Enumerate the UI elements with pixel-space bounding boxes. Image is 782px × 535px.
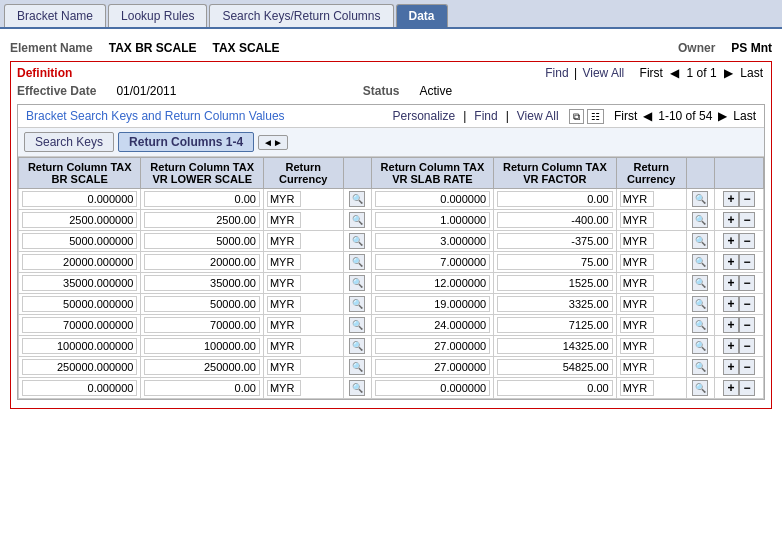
add-row-btn-5[interactable]: + <box>723 296 739 312</box>
bracket-viewall-link[interactable]: View All <box>517 109 559 123</box>
tab-lookup-rules[interactable]: Lookup Rules <box>108 4 207 27</box>
input-c5-1[interactable] <box>497 212 612 228</box>
search-btn-c3-7[interactable]: 🔍 <box>349 338 365 354</box>
input-c6-5[interactable] <box>620 296 654 312</box>
input-c1-2[interactable] <box>22 233 137 249</box>
input-c2-7[interactable] <box>144 338 259 354</box>
input-c6-0[interactable] <box>620 191 654 207</box>
input-c3-0[interactable] <box>267 191 301 207</box>
input-c5-7[interactable] <box>497 338 612 354</box>
search-btn-c3-3[interactable]: 🔍 <box>349 254 365 270</box>
bracket-next-icon[interactable]: ▶ <box>718 109 727 123</box>
next-icon[interactable]: ▶ <box>724 66 733 80</box>
input-c6-7[interactable] <box>620 338 654 354</box>
add-row-btn-6[interactable]: + <box>723 317 739 333</box>
input-c2-4[interactable] <box>144 275 259 291</box>
input-c5-2[interactable] <box>497 233 612 249</box>
input-c4-3[interactable] <box>375 254 490 270</box>
input-c1-9[interactable] <box>22 380 137 396</box>
input-c1-1[interactable] <box>22 212 137 228</box>
add-row-btn-8[interactable]: + <box>723 359 739 375</box>
add-row-btn-7[interactable]: + <box>723 338 739 354</box>
move-columns-icon[interactable]: ◄► <box>258 135 288 150</box>
input-c2-2[interactable] <box>144 233 259 249</box>
search-btn-c6-9[interactable]: 🔍 <box>692 380 708 396</box>
search-btn-c6-1[interactable]: 🔍 <box>692 212 708 228</box>
input-c5-9[interactable] <box>497 380 612 396</box>
input-c3-7[interactable] <box>267 338 301 354</box>
input-c5-5[interactable] <box>497 296 612 312</box>
input-c6-4[interactable] <box>620 275 654 291</box>
add-row-btn-1[interactable]: + <box>723 212 739 228</box>
tab-search-keys[interactable]: Search Keys/Return Columns <box>209 4 393 27</box>
input-c1-6[interactable] <box>22 317 137 333</box>
remove-row-btn-6[interactable]: − <box>739 317 755 333</box>
search-btn-c6-3[interactable]: 🔍 <box>692 254 708 270</box>
input-c1-0[interactable] <box>22 191 137 207</box>
search-btn-c3-8[interactable]: 🔍 <box>349 359 365 375</box>
remove-row-btn-3[interactable]: − <box>739 254 755 270</box>
prev-icon[interactable]: ◀ <box>670 66 679 80</box>
definition-find-link[interactable]: Find <box>545 66 568 80</box>
input-c4-0[interactable] <box>375 191 490 207</box>
input-c1-5[interactable] <box>22 296 137 312</box>
search-btn-c6-8[interactable]: 🔍 <box>692 359 708 375</box>
input-c3-2[interactable] <box>267 233 301 249</box>
input-c3-4[interactable] <box>267 275 301 291</box>
search-btn-c6-6[interactable]: 🔍 <box>692 317 708 333</box>
input-c3-9[interactable] <box>267 380 301 396</box>
input-c1-8[interactable] <box>22 359 137 375</box>
input-c3-8[interactable] <box>267 359 301 375</box>
search-btn-c6-5[interactable]: 🔍 <box>692 296 708 312</box>
search-btn-c3-2[interactable]: 🔍 <box>349 233 365 249</box>
remove-row-btn-8[interactable]: − <box>739 359 755 375</box>
search-btn-c6-0[interactable]: 🔍 <box>692 191 708 207</box>
input-c4-8[interactable] <box>375 359 490 375</box>
input-c3-3[interactable] <box>267 254 301 270</box>
bracket-personalize-link[interactable]: Personalize <box>392 109 455 123</box>
search-btn-c3-9[interactable]: 🔍 <box>349 380 365 396</box>
input-c5-3[interactable] <box>497 254 612 270</box>
sub-tab-search-keys[interactable]: Search Keys <box>24 132 114 152</box>
input-c1-7[interactable] <box>22 338 137 354</box>
input-c4-7[interactable] <box>375 338 490 354</box>
input-c3-6[interactable] <box>267 317 301 333</box>
search-btn-c3-6[interactable]: 🔍 <box>349 317 365 333</box>
input-c2-5[interactable] <box>144 296 259 312</box>
search-btn-c6-7[interactable]: 🔍 <box>692 338 708 354</box>
add-row-btn-3[interactable]: + <box>723 254 739 270</box>
input-c4-4[interactable] <box>375 275 490 291</box>
input-c5-0[interactable] <box>497 191 612 207</box>
input-c6-2[interactable] <box>620 233 654 249</box>
input-c4-1[interactable] <box>375 212 490 228</box>
input-c6-6[interactable] <box>620 317 654 333</box>
input-c2-0[interactable] <box>144 191 259 207</box>
remove-row-btn-0[interactable]: − <box>739 191 755 207</box>
input-c6-3[interactable] <box>620 254 654 270</box>
input-c6-1[interactable] <box>620 212 654 228</box>
remove-row-btn-7[interactable]: − <box>739 338 755 354</box>
search-btn-c6-2[interactable]: 🔍 <box>692 233 708 249</box>
input-c5-4[interactable] <box>497 275 612 291</box>
table-icon[interactable]: ⧉ <box>569 109 584 124</box>
input-c2-3[interactable] <box>144 254 259 270</box>
add-row-btn-0[interactable]: + <box>723 191 739 207</box>
search-btn-c3-0[interactable]: 🔍 <box>349 191 365 207</box>
input-c3-5[interactable] <box>267 296 301 312</box>
remove-row-btn-5[interactable]: − <box>739 296 755 312</box>
search-btn-c3-5[interactable]: 🔍 <box>349 296 365 312</box>
add-row-btn-2[interactable]: + <box>723 233 739 249</box>
input-c1-3[interactable] <box>22 254 137 270</box>
add-row-btn-9[interactable]: + <box>723 380 739 396</box>
definition-viewall-link[interactable]: View All <box>582 66 624 80</box>
remove-row-btn-9[interactable]: − <box>739 380 755 396</box>
remove-row-btn-2[interactable]: − <box>739 233 755 249</box>
input-c4-5[interactable] <box>375 296 490 312</box>
search-btn-c3-1[interactable]: 🔍 <box>349 212 365 228</box>
input-c4-6[interactable] <box>375 317 490 333</box>
grid-icon[interactable]: ☷ <box>587 109 604 124</box>
bracket-prev-icon[interactable]: ◀ <box>643 109 652 123</box>
input-c2-1[interactable] <box>144 212 259 228</box>
input-c4-2[interactable] <box>375 233 490 249</box>
input-c4-9[interactable] <box>375 380 490 396</box>
